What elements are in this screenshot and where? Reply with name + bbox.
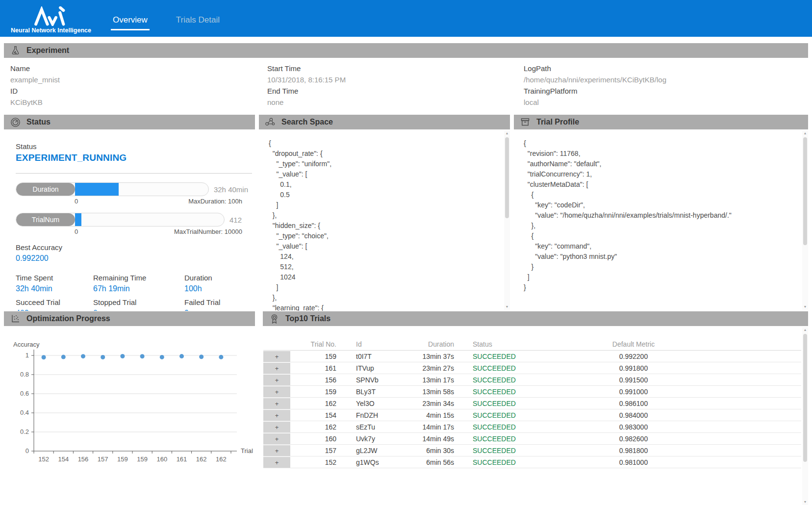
experiment-status-value: EXPERIMENT_RUNNING <box>16 152 248 163</box>
field-value: none <box>267 97 524 108</box>
experiment-title: Experiment <box>26 46 69 55</box>
svg-text:159: 159 <box>117 455 128 463</box>
search-space-section-header: Search Space <box>259 115 510 129</box>
svg-text:157: 157 <box>98 455 108 463</box>
expand-row-button[interactable]: + <box>263 351 290 362</box>
col-id: Id <box>339 340 413 348</box>
scroll-down-icon[interactable]: ▼ <box>504 304 510 310</box>
top-trials-title: Top10 Trials <box>285 314 330 323</box>
metric-cell: 0.991500 <box>545 376 722 384</box>
molecule-icon <box>265 117 276 127</box>
metric-cell: 0.984000 <box>545 411 722 419</box>
scroll-up-icon[interactable]: ▲ <box>504 130 510 136</box>
table-row: +157gL2JW6min 30sSUCCEEDED0.981800 <box>263 445 801 456</box>
expand-row-button[interactable]: + <box>263 386 290 397</box>
status-cell: SUCCEEDED <box>455 364 545 372</box>
trial-id-cell: sEzTu <box>339 423 413 431</box>
trial-profile-scrollbar[interactable]: ▲ ▼ <box>802 130 808 310</box>
scroll-up-icon[interactable]: ▲ <box>802 130 808 136</box>
metric-cell: 0.981800 <box>545 447 722 454</box>
trialnum-progress-scale: 0 MaxTrialNumber: 10000 <box>16 228 242 235</box>
table-row: +156SPNVb13min 17sSUCCEEDED0.991500 <box>263 374 801 386</box>
trial-profile-section-header: Trial Profile <box>514 115 808 129</box>
status-cell: SUCCEEDED <box>455 458 545 466</box>
gauge-icon <box>10 117 21 127</box>
trial-no-cell: 152 <box>290 458 339 466</box>
tab-overview[interactable]: Overview <box>111 12 150 30</box>
trial-no-cell: 157 <box>290 447 339 454</box>
duration-cell: 13min 58s <box>413 388 455 396</box>
col-status: Status <box>455 340 545 348</box>
trial-id-cell: ITVup <box>339 364 413 372</box>
duration-cell: 4min 15s <box>413 411 455 419</box>
status-cell: SUCCEEDED <box>455 447 545 454</box>
scrollbar-thumb[interactable] <box>803 334 807 462</box>
status-panel: Status Status EXPERIMENT_RUNNING Duratio… <box>4 115 255 311</box>
top-trials-section-header: Top10 Trials <box>263 311 808 326</box>
top-trials-scrollbar[interactable]: ▲ ▼ <box>802 327 808 505</box>
duration-progress-value: 32h 40min <box>214 185 248 194</box>
expand-row-button[interactable]: + <box>263 363 290 374</box>
expand-header-cell <box>263 339 290 350</box>
trialnum-progress: TrialNum 412 <box>16 213 248 227</box>
field-value: 10/31/2018, 8:16:15 PM <box>267 74 524 85</box>
expand-row-button[interactable]: + <box>263 433 290 444</box>
nni-logo-icon <box>30 6 72 26</box>
stat-value: 67h 19min <box>93 284 184 293</box>
search-space-title: Search Space <box>281 118 333 126</box>
svg-text:161: 161 <box>177 455 187 463</box>
experiment-col-1: Name example_mnist ID KCiBytKB <box>10 63 267 108</box>
stat-label: Failed Trial <box>184 298 248 306</box>
metric-cell: 0.991800 <box>545 364 722 372</box>
scrollbar-thumb[interactable] <box>505 137 509 218</box>
status-cell: SUCCEEDED <box>455 376 545 384</box>
expand-row-button[interactable]: + <box>263 410 290 421</box>
expand-row-button[interactable]: + <box>263 457 290 468</box>
trialnum-progress-fill <box>75 213 81 226</box>
duration-cell: 13min 17s <box>413 376 455 384</box>
field-label: ID <box>10 85 267 97</box>
field-value: KCiBytKB <box>10 97 267 108</box>
stat-label: Time Spent <box>16 274 93 282</box>
field-label: Start Time <box>267 63 524 74</box>
table-row: +154FnDZH4min 15sSUCCEEDED0.984000 <box>263 409 801 421</box>
trial-no-cell: 162 <box>290 400 339 407</box>
stat-value: 403 <box>16 309 93 311</box>
status-cell: SUCCEEDED <box>455 400 545 407</box>
trialnum-min: 0 <box>75 228 78 235</box>
field-label: LogPath <box>524 63 808 74</box>
experiment-col-3: LogPath /home/quzha/nni/experiments/KCiB… <box>524 63 808 108</box>
trial-no-cell: 159 <box>290 353 339 360</box>
metric-cell: 0.991000 <box>545 388 722 396</box>
expand-row-button[interactable]: + <box>263 398 290 409</box>
scrollbar-thumb[interactable] <box>803 137 807 245</box>
expand-row-button[interactable]: + <box>263 422 290 432</box>
nav-tabs: Overview Trials Detail <box>111 0 222 37</box>
svg-text:154: 154 <box>58 455 69 463</box>
trial-no-cell: 162 <box>290 423 339 431</box>
archive-box-icon <box>520 117 531 127</box>
scroll-down-icon[interactable]: ▼ <box>802 304 808 310</box>
duration-cell: 13min 37s <box>413 353 455 360</box>
svg-text:Accuracy: Accuracy <box>13 341 40 348</box>
trial-no-cell: 161 <box>290 364 339 372</box>
svg-text:0.4: 0.4 <box>20 409 29 416</box>
scroll-down-icon[interactable]: ▼ <box>802 499 808 505</box>
svg-text:160: 160 <box>156 455 167 463</box>
flask-icon <box>10 45 21 56</box>
stat-label: Remaining Time <box>93 274 184 282</box>
tab-trials-detail[interactable]: Trials Detail <box>174 12 222 30</box>
stat-label: Stopped Trial <box>93 298 184 306</box>
trial-id-cell: t0I7T <box>339 353 413 360</box>
duration-progress: Duration 32h 40min <box>16 182 248 196</box>
nni-logo[interactable]: Neural Network Intelligence <box>7 0 95 37</box>
trial-id-cell: FnDZH <box>339 411 413 419</box>
best-accuracy-label: Best Accuracy <box>16 243 248 252</box>
scroll-up-icon[interactable]: ▲ <box>802 327 808 333</box>
search-space-scrollbar[interactable]: ▲ ▼ <box>504 130 510 310</box>
stat-value: 32h 40min <box>16 284 93 293</box>
expand-row-button[interactable]: + <box>263 445 290 456</box>
experiment-section-header: Experiment <box>4 43 808 58</box>
status-cell: SUCCEEDED <box>455 353 545 360</box>
expand-row-button[interactable]: + <box>263 375 290 385</box>
